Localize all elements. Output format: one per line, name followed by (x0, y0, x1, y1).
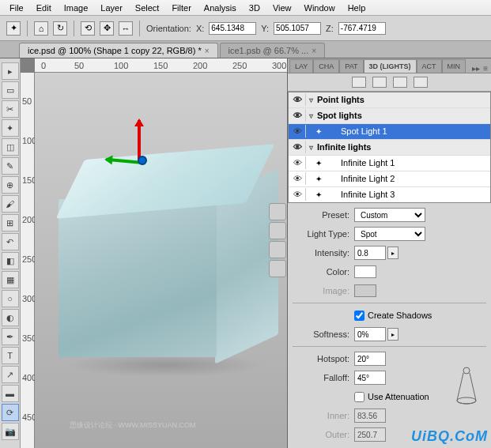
tab-min[interactable]: MIN (442, 59, 466, 73)
disclosure-icon[interactable]: ▿ (306, 96, 315, 104)
menu-filter[interactable]: Filter (165, 2, 197, 14)
tool-preset-icon[interactable]: ✦ (6, 21, 21, 36)
doc-tab-active[interactable]: ice.psd @ 100% (Shape 1 copy 22, RGB/8) … (19, 43, 218, 58)
3d-axis-gizmo[interactable] (106, 120, 169, 183)
point-lights-group[interactable]: 👁▿Point lights (289, 92, 490, 108)
menu-image[interactable]: Image (58, 2, 95, 14)
doc-tab-inactive[interactable]: ice1.psb @ 66.7% ... × (220, 43, 326, 58)
color-swatch[interactable] (354, 265, 376, 278)
create-shadows-label: Create Shadows (368, 311, 432, 320)
infinite-light-2[interactable]: 👁✦Infinite Light 2 (289, 171, 490, 187)
menu-edit[interactable]: Edit (30, 2, 58, 14)
orbit-icon[interactable]: ↻ (53, 21, 67, 36)
x-input[interactable] (209, 22, 256, 35)
dodge-tool-icon[interactable]: ◐ (2, 309, 19, 326)
visibility-icon[interactable]: 👁 (290, 93, 306, 106)
disclosure-icon[interactable]: ▿ (306, 111, 315, 120)
visibility-icon[interactable]: 👁 (290, 156, 306, 169)
visibility-icon[interactable]: 👁 (290, 141, 306, 153)
slide-icon[interactable]: ↔ (119, 21, 133, 36)
scene-filter-icon[interactable] (352, 77, 366, 88)
type-tool-icon[interactable]: T (2, 347, 19, 364)
eraser-tool-icon[interactable]: ◧ (2, 252, 19, 269)
menu-help[interactable]: Help (342, 2, 372, 14)
infinite-lights-group[interactable]: 👁▿Infinite lights (289, 140, 490, 156)
gradient-tool-icon[interactable]: ▦ (2, 271, 19, 288)
blur-tool-icon[interactable]: ○ (2, 290, 19, 307)
mesh-filter-icon[interactable] (372, 77, 387, 88)
3d-camera-tool-icon[interactable]: 📷 (2, 423, 19, 440)
new-light-icon[interactable] (269, 203, 286, 220)
hotspot-input[interactable] (354, 352, 386, 366)
create-shadows-checkbox[interactable] (354, 311, 364, 321)
toggle-lights-icon[interactable] (269, 241, 286, 258)
return-home-icon[interactable]: ⌂ (34, 21, 48, 36)
tab-3d-lights[interactable]: 3D (LIGHTS) (364, 59, 417, 73)
menu-analysis[interactable]: Analysis (198, 2, 243, 14)
visibility-icon[interactable]: 👁 (290, 172, 306, 185)
material-filter-icon[interactable] (393, 77, 407, 88)
tab-layers[interactable]: LAY (289, 59, 313, 73)
wand-tool-icon[interactable]: ✦ (2, 119, 19, 137)
spotlight-icon: ✦ (315, 127, 327, 136)
visibility-icon[interactable]: 👁 (290, 109, 306, 122)
spotlight-cone-icon (453, 366, 480, 405)
menu-view[interactable]: View (266, 2, 298, 14)
doc-tab-title: ice1.psb @ 66.7% ... (229, 46, 309, 55)
3d-ice-cube[interactable] (59, 152, 280, 373)
preset-select[interactable]: Custom (354, 208, 425, 222)
tab-paths[interactable]: PAT (339, 59, 363, 73)
light-type-select[interactable]: Spot (354, 227, 425, 241)
menu-window[interactable]: Window (298, 2, 342, 14)
close-icon[interactable]: × (312, 47, 316, 55)
canvas[interactable]: 思缘设计论坛 · WWW.MISSYUAN.COM (35, 73, 287, 448)
stamp-tool-icon[interactable]: ⊞ (2, 214, 19, 232)
intensity-input[interactable] (354, 246, 386, 260)
toggle-guides-icon[interactable] (269, 260, 286, 277)
menu-select[interactable]: Select (129, 2, 166, 14)
infinite-light-3[interactable]: 👁✦Infinite Light 3 (289, 187, 490, 203)
light-filter-icon[interactable] (414, 77, 428, 88)
y-input[interactable] (274, 22, 321, 35)
visibility-icon[interactable]: 👁 (290, 188, 306, 201)
falloff-input[interactable] (354, 371, 386, 385)
pan-icon[interactable]: ✥ (100, 21, 114, 36)
heal-tool-icon[interactable]: ⊕ (2, 176, 19, 194)
rotate-icon[interactable]: ⟲ (81, 21, 95, 36)
move-tool-icon[interactable]: ▸ (2, 62, 19, 80)
menu-layer[interactable]: Layer (94, 2, 129, 14)
panel-menu-icon[interactable]: ≡ (482, 64, 489, 73)
infinite-light-1[interactable]: 👁✦Infinite Light 1 (289, 156, 490, 171)
marquee-tool-icon[interactable]: ▭ (2, 81, 19, 99)
panels: LAY CHA PAT 3D (LIGHTS) ACT MIN ▸▸ ≡ 👁▿P… (287, 58, 491, 448)
intensity-stepper[interactable]: ▸ (387, 247, 398, 259)
3d-rotate-tool-icon[interactable]: ⟳ (2, 404, 19, 421)
disclosure-icon[interactable]: ▿ (306, 143, 315, 152)
z-input[interactable] (338, 22, 386, 35)
history-brush-icon[interactable]: ↶ (2, 233, 19, 250)
z-axis-icon[interactable] (138, 156, 147, 165)
pen-tool-icon[interactable]: ✒ (2, 328, 19, 345)
spot-lights-group[interactable]: 👁▿Spot lights (289, 108, 490, 124)
path-tool-icon[interactable]: ↗ (2, 366, 19, 383)
crop-tool-icon[interactable]: ◫ (2, 138, 19, 156)
use-attenuation-checkbox[interactable] (354, 392, 364, 402)
tab-actions[interactable]: ACT (417, 59, 442, 73)
falloff-label: Falloff: (293, 373, 354, 382)
menu-3d[interactable]: 3D (243, 2, 266, 14)
close-icon[interactable]: × (205, 47, 210, 55)
shape-tool-icon[interactable]: ▬ (2, 385, 19, 402)
spot-light-1[interactable]: 👁✦Spot Light 1 (289, 124, 490, 140)
softness-stepper[interactable]: ▸ (387, 328, 398, 341)
delete-light-icon[interactable] (269, 222, 286, 239)
menu-file[interactable]: File (3, 2, 30, 14)
panel-arrows-icon[interactable]: ▸▸ (470, 64, 482, 73)
lasso-tool-icon[interactable]: ✂ (2, 100, 19, 118)
visibility-icon[interactable]: 👁 (290, 125, 306, 137)
eyedropper-tool-icon[interactable]: ✎ (2, 157, 19, 175)
y-axis-icon[interactable] (138, 120, 141, 160)
tab-channels[interactable]: CHA (313, 59, 339, 73)
use-attenuation-label: Use Attenuation (368, 392, 429, 401)
softness-input[interactable] (354, 327, 386, 341)
brush-tool-icon[interactable]: 🖌 (2, 195, 19, 213)
